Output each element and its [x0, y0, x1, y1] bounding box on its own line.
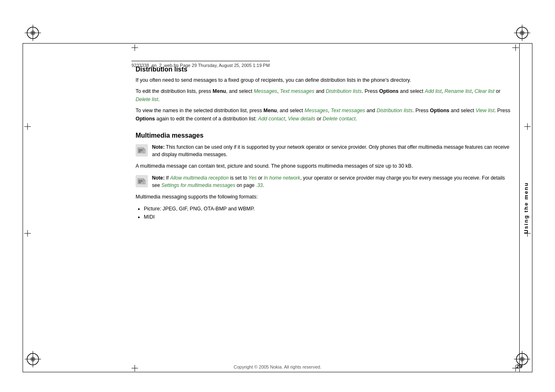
main-content: Distribution lists If you often need to …	[136, 66, 514, 351]
svg-rect-40	[138, 181, 143, 182]
bullet-item-2: MIDI	[144, 213, 514, 221]
section2-heading: Multimedia messages	[136, 132, 514, 139]
border-top	[23, 43, 532, 44]
section1-para2: To edit the distribution lists, press Me…	[136, 88, 514, 104]
page-number: 29	[516, 363, 522, 369]
svg-rect-33	[138, 149, 143, 150]
border-bottom	[23, 372, 532, 372]
note1-box: Note: This function can be used only if …	[136, 143, 514, 158]
section1-heading: Distribution lists	[136, 66, 514, 73]
svg-rect-41	[138, 182, 141, 183]
svg-marker-36	[143, 148, 145, 150]
note1-text: Note: This function can be used only if …	[152, 143, 514, 158]
section1-para1: If you often need to send messages to a …	[136, 76, 514, 84]
note1-icon	[136, 144, 148, 157]
svg-rect-35	[138, 152, 141, 152]
sidebar-label: Using the menu	[523, 182, 529, 234]
section2-para2: Multimedia messaging supports the follow…	[136, 193, 514, 201]
section2-para1: A multimedia message can contain text, p…	[136, 162, 514, 170]
cross-top-right	[512, 44, 519, 51]
cross-left-mid	[24, 123, 31, 130]
reg-mark-tr	[514, 25, 530, 41]
reg-mark-tl	[25, 25, 41, 41]
note2-box: Note: If Allow multimedia reception is s…	[136, 174, 514, 189]
bullet-item-1: Picture: JPEG, GIF, PNG, OTA-BMP and WBM…	[144, 205, 514, 213]
note2-text: Note: If Allow multimedia reception is s…	[152, 174, 514, 189]
cross-top-left	[131, 44, 138, 51]
cross-left-lower	[24, 230, 31, 237]
border-left	[23, 43, 23, 372]
sidebar-right: Using the menu	[519, 43, 532, 372]
note2-icon	[136, 175, 148, 187]
svg-rect-43	[143, 180, 145, 184]
svg-rect-34	[138, 150, 143, 151]
footer-copyright: Copyright © 2005 Nokia. All rights reser…	[0, 364, 555, 369]
bullet-list: Picture: JPEG, GIF, PNG, OTA-BMP and WBM…	[144, 205, 514, 221]
svg-rect-39	[138, 180, 143, 181]
svg-marker-42	[143, 178, 145, 180]
page-container: 9233338_en_2_web.fm Page 29 Thursday, Au…	[0, 0, 555, 392]
svg-rect-37	[143, 150, 145, 153]
section1-para3: To view the names in the selected distri…	[136, 107, 514, 123]
